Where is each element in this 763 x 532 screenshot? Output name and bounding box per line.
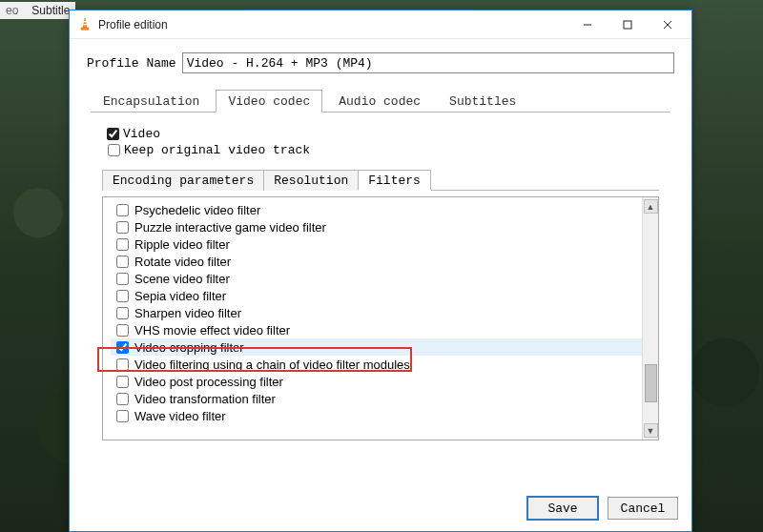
maximize-button[interactable]: [608, 11, 648, 38]
filter-item[interactable]: Video filtering using a chain of video f…: [111, 356, 642, 373]
svg-rect-0: [84, 21, 86, 22]
subtab-resolution[interactable]: Resolution: [263, 170, 359, 191]
subtab-encoding[interactable]: Encoding parameters: [102, 170, 264, 191]
filter-item[interactable]: VHS movie effect video filter: [111, 321, 642, 338]
sub-tabstrip: Encoding parametersResolutionFilters: [102, 169, 659, 191]
filter-item[interactable]: Video transformation filter: [111, 390, 642, 407]
video-enable-label: Video: [123, 127, 160, 141]
background-menubar: eo Subtitle: [0, 2, 75, 19]
filter-label: Puzzle interactive game video filter: [134, 220, 326, 235]
filter-checkbox[interactable]: [116, 324, 129, 337]
filter-checkbox[interactable]: [116, 393, 129, 405]
save-button[interactable]: Save: [527, 497, 598, 520]
filter-checkbox[interactable]: [116, 221, 129, 234]
filter-checkbox[interactable]: [116, 273, 129, 285]
keep-original-checkbox[interactable]: [108, 144, 120, 156]
vlc-cone-icon: [77, 17, 93, 32]
filter-item[interactable]: Sharpen video filter: [111, 304, 642, 321]
close-button[interactable]: [648, 11, 688, 38]
filter-label: Video cropping filter: [134, 340, 244, 355]
filter-checkbox[interactable]: [116, 256, 129, 268]
filter-checkbox[interactable]: [116, 376, 129, 388]
filter-label: Rotate video filter: [134, 255, 231, 269]
filter-item[interactable]: Puzzle interactive game video filter: [111, 218, 642, 235]
titlebar: Profile edition: [70, 10, 691, 39]
filter-label: Video filtering using a chain of video f…: [134, 358, 410, 372]
profile-edition-dialog: Profile edition Profile Name Encapsulati…: [69, 10, 692, 532]
filter-label: Psychedelic video filter: [134, 203, 260, 217]
scroll-up-icon[interactable]: ▲: [644, 199, 658, 214]
svg-rect-1: [83, 24, 87, 25]
profile-name-input[interactable]: [182, 52, 674, 73]
scroll-thumb[interactable]: [645, 364, 657, 402]
keep-original-row[interactable]: Keep original video track: [104, 141, 659, 159]
scrollbar[interactable]: ▲ ▼: [642, 197, 658, 440]
filter-checkbox[interactable]: [116, 358, 129, 371]
tab-audio-codec[interactable]: Audio codec: [326, 90, 433, 113]
video-group: Video Keep original video track Encoding…: [94, 126, 667, 454]
tab-encapsulation[interactable]: Encapsulation: [91, 90, 212, 113]
filters-listbox: Psychedelic video filterPuzzle interacti…: [102, 196, 659, 440]
filter-checkbox[interactable]: [116, 307, 129, 319]
bg-menu-item: Subtitle: [31, 4, 70, 17]
window-title: Profile edition: [98, 18, 168, 31]
profile-name-row: Profile Name: [87, 52, 674, 73]
dialog-content: Profile Name EncapsulationVideo codecAud…: [70, 39, 691, 487]
tab-subtitles[interactable]: Subtitles: [437, 90, 528, 113]
filter-item[interactable]: Wave video filter: [111, 407, 642, 424]
keep-original-label: Keep original video track: [124, 143, 310, 157]
filter-item[interactable]: Video post processing filter: [111, 373, 642, 390]
filter-checkbox[interactable]: [116, 290, 129, 302]
filter-item[interactable]: Psychedelic video filter: [111, 201, 642, 218]
filter-item[interactable]: Rotate video filter: [111, 253, 642, 270]
tab-video-codec[interactable]: Video codec: [216, 90, 322, 113]
filter-label: VHS movie effect video filter: [134, 323, 290, 338]
video-codec-tabpage: Video Keep original video track Encoding…: [87, 113, 674, 478]
filter-item[interactable]: Video cropping filter: [111, 338, 642, 356]
filter-checkbox[interactable]: [116, 341, 129, 354]
filter-label: Wave video filter: [134, 409, 226, 423]
filter-checkbox[interactable]: [116, 238, 129, 251]
svg-rect-2: [81, 28, 89, 30]
dialog-button-row: Save Cancel: [70, 487, 691, 531]
filter-label: Ripple video filter: [134, 237, 230, 252]
subtab-filters[interactable]: Filters: [358, 170, 431, 191]
filter-item[interactable]: Sepia video filter: [111, 287, 642, 304]
cancel-button[interactable]: Cancel: [608, 497, 678, 520]
filter-label: Sepia video filter: [134, 289, 226, 303]
filter-label: Video post processing filter: [134, 375, 283, 389]
filter-checkbox[interactable]: [116, 410, 129, 422]
filters-list[interactable]: Psychedelic video filterPuzzle interacti…: [103, 197, 642, 440]
video-enable-checkbox[interactable]: [107, 128, 119, 140]
filter-item[interactable]: Ripple video filter: [111, 235, 642, 253]
filter-label: Video transformation filter: [134, 392, 276, 406]
main-tabstrip: EncapsulationVideo codecAudio codecSubti…: [91, 89, 670, 113]
filter-label: Scene video filter: [134, 272, 230, 286]
scroll-down-icon[interactable]: ▼: [644, 423, 658, 438]
filter-label: Sharpen video filter: [134, 306, 241, 320]
video-checkbox-legend[interactable]: Video: [100, 125, 163, 143]
profile-name-label: Profile Name: [87, 56, 176, 71]
bg-menu-item: eo: [6, 4, 18, 17]
minimize-button[interactable]: [567, 11, 608, 38]
filter-checkbox[interactable]: [116, 204, 129, 216]
filter-item[interactable]: Scene video filter: [111, 270, 642, 287]
svg-rect-4: [624, 21, 631, 29]
